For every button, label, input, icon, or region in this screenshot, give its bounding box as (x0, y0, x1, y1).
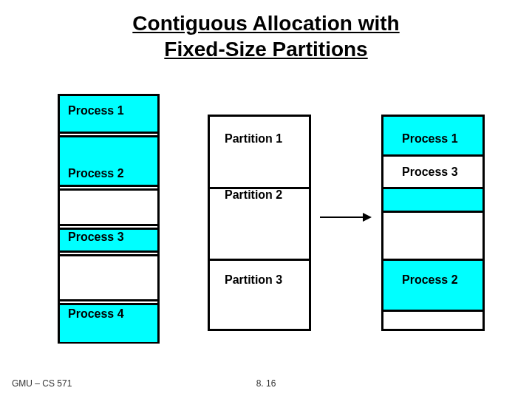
title-line-1: Contiguous Allocation with (132, 12, 399, 35)
process-queue-column (58, 94, 160, 344)
alloc-p3-seg (383, 189, 482, 211)
allocated-column (381, 115, 485, 331)
page-title: Contiguous Allocation with Fixed-Size Pa… (0, 0, 532, 62)
alloc-p2-bottom (383, 310, 482, 312)
partition-divider-2 (210, 259, 309, 261)
process-4-label: Process 4 (68, 307, 124, 321)
partition-column (208, 115, 311, 331)
arrow-icon (320, 216, 370, 218)
process-3-label: Process 3 (68, 231, 124, 244)
partition-1-label: Partition 1 (225, 132, 282, 146)
footer-center: 8. 16 (0, 378, 532, 389)
process-2-label: Process 2 (68, 167, 124, 180)
process-1-label: Process 1 (68, 104, 124, 117)
title-line-2: Fixed-Size Partitions (164, 38, 367, 61)
alloc-p2-label: Process 2 (402, 273, 458, 287)
alloc-p3-bottom (383, 211, 482, 213)
alloc-p1-bottom (383, 154, 482, 157)
alloc-p3-label: Process 3 (402, 166, 458, 179)
partition-2-label: Partition 2 (225, 188, 282, 202)
partition-3-label: Partition 3 (225, 273, 282, 287)
alloc-p1-label: Process 1 (402, 132, 458, 146)
